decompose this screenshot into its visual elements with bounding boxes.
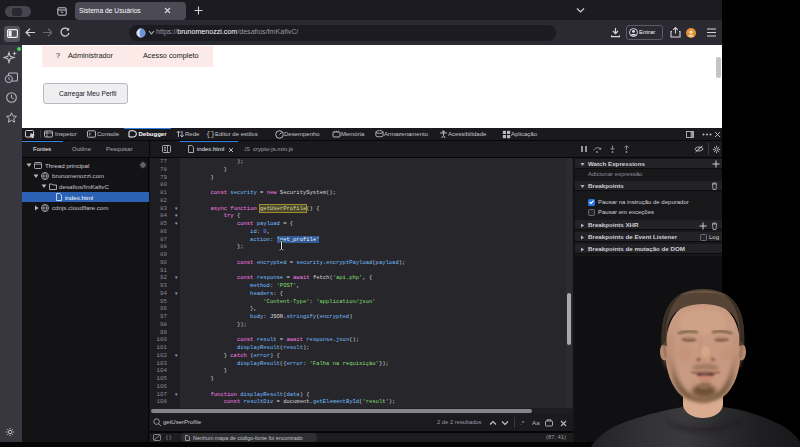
- svg-text:{}: {}: [206, 130, 215, 138]
